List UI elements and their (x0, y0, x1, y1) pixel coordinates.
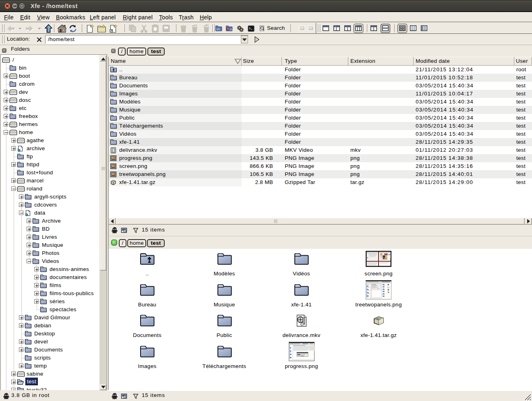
svg-text:xfe: xfe (216, 28, 220, 31)
svg-text:xfe: xfe (230, 28, 233, 31)
